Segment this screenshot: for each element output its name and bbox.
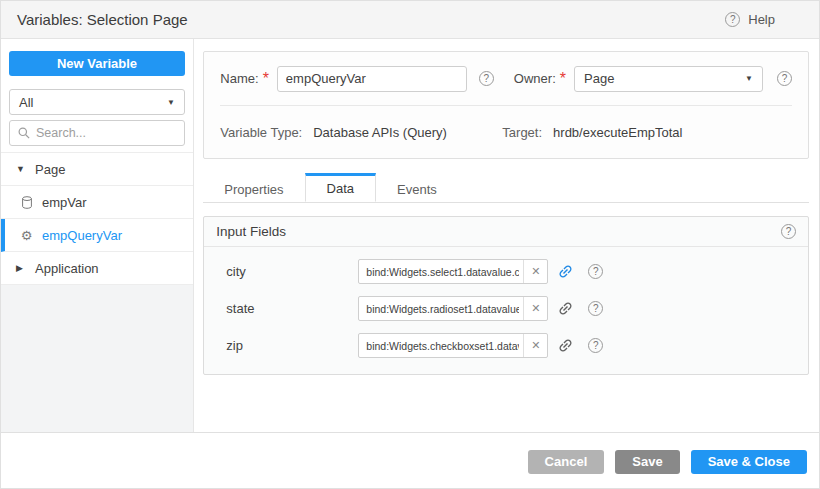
required-asterisk: * (263, 70, 269, 88)
caret-down-icon: ▼ (16, 164, 26, 174)
bind-link-icon[interactable] (557, 300, 574, 317)
input-field-row-city: city ✕ ? (204, 253, 808, 290)
tree-node-empqueryvar[interactable]: ⚙ empQueryVar (1, 219, 193, 252)
sidebar-filler (1, 285, 193, 432)
tree-node-application[interactable]: ▶ Application (1, 252, 193, 285)
bind-value-input[interactable] (359, 303, 523, 315)
field-label: zip (226, 338, 358, 353)
variable-filter-value: All (19, 95, 33, 110)
variable-summary-box: Name: * ? Owner: * Page ▼ ? Variable Typ… (203, 51, 809, 159)
variable-type-label: Variable Type: (220, 125, 302, 140)
target-value: hrdb/executeEmpTotal (553, 125, 682, 140)
tab-data[interactable]: Data (305, 173, 376, 202)
variable-search[interactable] (9, 120, 185, 146)
field-help-icon[interactable]: ? (588, 338, 603, 353)
tree-node-label: empVar (42, 195, 87, 210)
clear-binding-icon[interactable]: ✕ (523, 260, 547, 283)
required-asterisk: * (560, 70, 566, 88)
dialog-body: New Variable All ▼ ▼ Page (1, 39, 819, 432)
caret-right-icon: ▶ (16, 263, 26, 273)
input-fields-help-icon[interactable]: ? (781, 224, 796, 239)
tree-node-label: empQueryVar (42, 228, 122, 243)
input-fields-title: Input Fields (216, 224, 286, 239)
variable-type-pair: Variable Type: Database APIs (Query) (220, 125, 502, 140)
help-circle-icon: ? (725, 12, 740, 27)
detail-tabs: Properties Data Events (203, 173, 809, 203)
field-help-icon[interactable]: ? (588, 301, 603, 316)
bind-expression-input[interactable]: ✕ (358, 296, 548, 321)
help-label: Help (748, 12, 775, 27)
cancel-button[interactable]: Cancel (528, 450, 605, 474)
input-field-row-zip: zip ✕ ? (204, 327, 808, 364)
field-label: city (226, 264, 358, 279)
variables-sidebar: New Variable All ▼ ▼ Page (1, 39, 194, 432)
bind-link-icon[interactable] (557, 263, 574, 280)
new-variable-button[interactable]: New Variable (9, 51, 185, 76)
name-help-icon[interactable]: ? (479, 71, 494, 86)
tab-events[interactable]: Events (376, 173, 458, 202)
variable-detail-pane: Name: * ? Owner: * Page ▼ ? Variable Typ… (194, 39, 819, 432)
target-pair: Target: hrdb/executeEmpTotal (502, 125, 682, 140)
bind-value-input[interactable] (359, 340, 523, 352)
owner-help-icon[interactable]: ? (777, 71, 792, 86)
variables-tree: ▼ Page empVar ⚙ empQueryVar ▶ Applicatio… (1, 152, 193, 285)
search-icon (18, 127, 30, 139)
bind-value-input[interactable] (359, 266, 523, 278)
owner-select[interactable]: Page ▼ (574, 66, 763, 92)
help-link[interactable]: ? Help (725, 12, 775, 27)
query-variable-icon: ⚙ (20, 228, 33, 242)
search-input[interactable] (36, 126, 176, 140)
dialog-footer: Cancel Save Save & Close (1, 432, 819, 489)
field-help-icon[interactable]: ? (588, 264, 603, 279)
owner-select-value: Page (584, 71, 614, 86)
bind-expression-input[interactable]: ✕ (358, 259, 548, 284)
dialog-header: Variables: Selection Page ? Help (1, 1, 819, 39)
chevron-down-icon: ▼ (745, 74, 753, 83)
variable-filter-select[interactable]: All ▼ (9, 89, 185, 115)
variable-type-value: Database APIs (Query) (313, 125, 447, 140)
input-field-row-state: state ✕ ? (204, 290, 808, 327)
database-variable-icon (20, 195, 33, 209)
tab-properties[interactable]: Properties (203, 173, 304, 202)
field-label: state (226, 301, 358, 316)
chevron-down-icon: ▼ (167, 98, 175, 107)
name-label: Name: (220, 71, 258, 86)
bind-expression-input[interactable]: ✕ (358, 333, 548, 358)
tree-node-label: Application (35, 261, 99, 276)
variable-name-input[interactable] (277, 66, 467, 92)
page-title: Variables: Selection Page (17, 11, 188, 28)
owner-label: Owner: (514, 71, 556, 86)
target-label: Target: (502, 125, 542, 140)
clear-binding-icon[interactable]: ✕ (523, 334, 547, 357)
input-fields-panel: Input Fields ? city ✕ ? (203, 216, 809, 375)
clear-binding-icon[interactable]: ✕ (523, 297, 547, 320)
save-and-close-button[interactable]: Save & Close (691, 450, 807, 474)
tree-node-label: Page (35, 162, 65, 177)
save-button[interactable]: Save (615, 450, 679, 474)
bind-link-icon[interactable] (557, 337, 574, 354)
tree-node-empvar[interactable]: empVar (1, 186, 193, 219)
variables-dialog: Variables: Selection Page ? Help New Var… (0, 0, 820, 489)
tree-node-page[interactable]: ▼ Page (1, 153, 193, 186)
